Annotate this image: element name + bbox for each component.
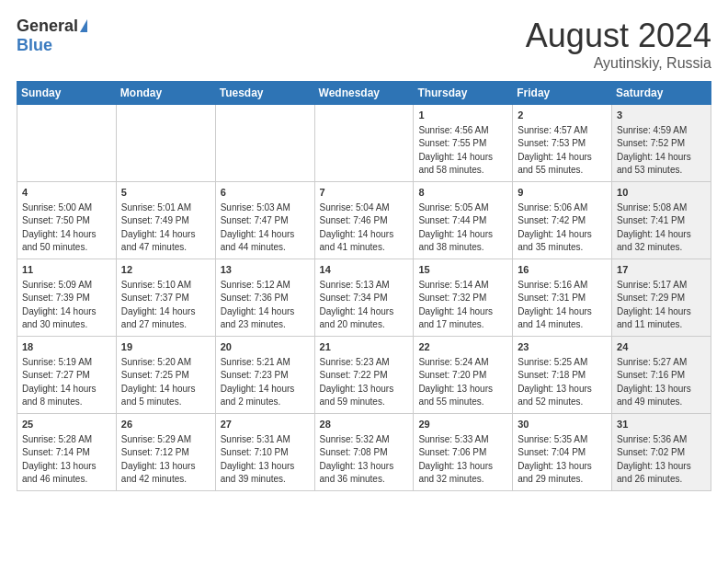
day-header-sunday: Sunday	[17, 82, 117, 105]
calendar-title: August 2024	[526, 17, 711, 55]
calendar-subtitle: Ayutinskiy, Russia	[526, 55, 711, 72]
calendar-cell: 26Sunrise: 5:29 AM Sunset: 7:12 PM Dayli…	[116, 413, 215, 490]
day-info: Sunrise: 5:06 AM Sunset: 7:42 PM Dayligh…	[518, 201, 607, 255]
day-info: Sunrise: 5:23 AM Sunset: 7:22 PM Dayligh…	[320, 356, 409, 409]
day-info: Sunrise: 5:29 AM Sunset: 7:12 PM Dayligh…	[121, 433, 210, 487]
day-info: Sunrise: 5:25 AM Sunset: 7:18 PM Dayligh…	[518, 356, 607, 409]
day-info: Sunrise: 4:57 AM Sunset: 7:53 PM Dayligh…	[518, 124, 607, 178]
day-number: 16	[518, 263, 607, 278]
day-info: Sunrise: 5:00 AM Sunset: 7:50 PM Dayligh…	[22, 201, 111, 255]
day-info: Sunrise: 5:32 AM Sunset: 7:08 PM Dayligh…	[320, 433, 409, 487]
logo-text: General	[17, 17, 87, 36]
calendar-cell: 11Sunrise: 5:09 AM Sunset: 7:39 PM Dayli…	[17, 259, 117, 336]
calendar-cell: 19Sunrise: 5:20 AM Sunset: 7:25 PM Dayli…	[116, 336, 215, 413]
calendar-cell: 23Sunrise: 5:25 AM Sunset: 7:18 PM Dayli…	[513, 336, 612, 413]
calendar-cell: 10Sunrise: 5:08 AM Sunset: 7:41 PM Dayli…	[612, 181, 711, 259]
calendar-cell: 28Sunrise: 5:32 AM Sunset: 7:08 PM Dayli…	[314, 413, 414, 490]
day-info: Sunrise: 5:10 AM Sunset: 7:37 PM Dayligh…	[121, 279, 210, 332]
day-number: 18	[22, 340, 111, 355]
calendar-cell	[314, 105, 414, 182]
day-number: 25	[22, 418, 111, 432]
day-info: Sunrise: 5:33 AM Sunset: 7:06 PM Dayligh…	[418, 433, 507, 487]
day-header-friday: Friday	[513, 82, 612, 105]
calendar-cell: 6Sunrise: 5:03 AM Sunset: 7:47 PM Daylig…	[215, 181, 314, 259]
day-number: 22	[418, 340, 507, 355]
week-row-2: 4Sunrise: 5:00 AM Sunset: 7:50 PM Daylig…	[17, 181, 711, 259]
calendar-cell: 22Sunrise: 5:24 AM Sunset: 7:20 PM Dayli…	[414, 336, 513, 413]
calendar-cell: 5Sunrise: 5:01 AM Sunset: 7:49 PM Daylig…	[116, 181, 215, 259]
day-number: 7	[320, 186, 409, 201]
day-info: Sunrise: 5:12 AM Sunset: 7:36 PM Dayligh…	[221, 279, 310, 332]
calendar-cell: 8Sunrise: 5:05 AM Sunset: 7:44 PM Daylig…	[414, 181, 513, 259]
calendar-cell: 24Sunrise: 5:27 AM Sunset: 7:16 PM Dayli…	[612, 336, 711, 413]
day-number: 12	[121, 263, 210, 278]
day-number: 2	[518, 109, 607, 123]
calendar-cell: 15Sunrise: 5:14 AM Sunset: 7:32 PM Dayli…	[414, 259, 513, 336]
week-row-4: 18Sunrise: 5:19 AM Sunset: 7:27 PM Dayli…	[17, 336, 711, 413]
day-number: 19	[121, 340, 210, 355]
calendar-cell: 25Sunrise: 5:28 AM Sunset: 7:14 PM Dayli…	[17, 413, 117, 490]
calendar-cell	[215, 105, 314, 182]
day-number: 9	[518, 186, 607, 201]
day-number: 30	[518, 418, 607, 432]
day-info: Sunrise: 5:27 AM Sunset: 7:16 PM Dayligh…	[617, 356, 706, 409]
day-number: 24	[617, 340, 706, 355]
calendar-cell: 1Sunrise: 4:56 AM Sunset: 7:55 PM Daylig…	[414, 105, 513, 182]
logo-blue: Blue	[17, 36, 52, 55]
calendar-cell	[116, 105, 215, 182]
day-number: 3	[617, 109, 706, 123]
day-number: 13	[221, 263, 310, 278]
calendar-table: SundayMondayTuesdayWednesdayThursdayFrid…	[17, 81, 711, 491]
week-row-5: 25Sunrise: 5:28 AM Sunset: 7:14 PM Dayli…	[17, 413, 711, 490]
day-number: 31	[617, 418, 706, 432]
week-row-1: 1Sunrise: 4:56 AM Sunset: 7:55 PM Daylig…	[17, 105, 711, 182]
calendar-cell: 29Sunrise: 5:33 AM Sunset: 7:06 PM Dayli…	[414, 413, 513, 490]
logo-general: General	[17, 17, 78, 36]
calendar-cell: 12Sunrise: 5:10 AM Sunset: 7:37 PM Dayli…	[116, 259, 215, 336]
day-number: 5	[121, 186, 210, 201]
day-info: Sunrise: 5:09 AM Sunset: 7:39 PM Dayligh…	[22, 279, 111, 332]
calendar-cell: 14Sunrise: 5:13 AM Sunset: 7:34 PM Dayli…	[314, 259, 414, 336]
day-number: 8	[418, 186, 507, 201]
day-number: 1	[418, 109, 507, 123]
calendar-cell: 27Sunrise: 5:31 AM Sunset: 7:10 PM Dayli…	[215, 413, 314, 490]
day-info: Sunrise: 5:19 AM Sunset: 7:27 PM Dayligh…	[22, 356, 111, 409]
calendar-cell: 2Sunrise: 4:57 AM Sunset: 7:53 PM Daylig…	[513, 105, 612, 182]
day-number: 26	[121, 418, 210, 432]
day-info: Sunrise: 5:17 AM Sunset: 7:29 PM Dayligh…	[617, 279, 706, 332]
day-number: 11	[22, 263, 111, 278]
calendar-cell: 18Sunrise: 5:19 AM Sunset: 7:27 PM Dayli…	[17, 336, 117, 413]
day-info: Sunrise: 5:05 AM Sunset: 7:44 PM Dayligh…	[418, 201, 507, 255]
calendar-cell: 17Sunrise: 5:17 AM Sunset: 7:29 PM Dayli…	[612, 259, 711, 336]
day-number: 17	[617, 263, 706, 278]
day-info: Sunrise: 5:28 AM Sunset: 7:14 PM Dayligh…	[22, 433, 111, 487]
day-info: Sunrise: 4:59 AM Sunset: 7:52 PM Dayligh…	[617, 124, 706, 178]
day-number: 23	[518, 340, 607, 355]
page: General Blue August 2024 Ayutinskiy, Rus…	[0, 0, 728, 508]
day-number: 4	[22, 186, 111, 201]
day-info: Sunrise: 5:20 AM Sunset: 7:25 PM Dayligh…	[121, 356, 210, 409]
day-header-monday: Monday	[116, 82, 215, 105]
day-info: Sunrise: 5:04 AM Sunset: 7:46 PM Dayligh…	[320, 201, 409, 255]
day-number: 29	[418, 418, 507, 432]
calendar-cell: 13Sunrise: 5:12 AM Sunset: 7:36 PM Dayli…	[215, 259, 314, 336]
calendar-cell: 7Sunrise: 5:04 AM Sunset: 7:46 PM Daylig…	[314, 181, 414, 259]
day-info: Sunrise: 5:13 AM Sunset: 7:34 PM Dayligh…	[320, 279, 409, 332]
day-number: 10	[617, 186, 706, 201]
day-header-saturday: Saturday	[612, 82, 711, 105]
day-info: Sunrise: 5:31 AM Sunset: 7:10 PM Dayligh…	[221, 433, 310, 487]
day-info: Sunrise: 5:21 AM Sunset: 7:23 PM Dayligh…	[221, 356, 310, 409]
title-block: August 2024 Ayutinskiy, Russia	[526, 17, 711, 72]
header-row: SundayMondayTuesdayWednesdayThursdayFrid…	[17, 82, 711, 105]
day-info: Sunrise: 5:36 AM Sunset: 7:02 PM Dayligh…	[617, 433, 706, 487]
calendar-cell: 4Sunrise: 5:00 AM Sunset: 7:50 PM Daylig…	[17, 181, 117, 259]
calendar-cell: 16Sunrise: 5:16 AM Sunset: 7:31 PM Dayli…	[513, 259, 612, 336]
day-number: 14	[320, 263, 409, 278]
day-number: 21	[320, 340, 409, 355]
day-number: 20	[221, 340, 310, 355]
calendar-cell: 20Sunrise: 5:21 AM Sunset: 7:23 PM Dayli…	[215, 336, 314, 413]
calendar-cell: 31Sunrise: 5:36 AM Sunset: 7:02 PM Dayli…	[612, 413, 711, 490]
day-number: 27	[221, 418, 310, 432]
calendar-cell	[17, 105, 117, 182]
calendar-cell: 3Sunrise: 4:59 AM Sunset: 7:52 PM Daylig…	[612, 105, 711, 182]
